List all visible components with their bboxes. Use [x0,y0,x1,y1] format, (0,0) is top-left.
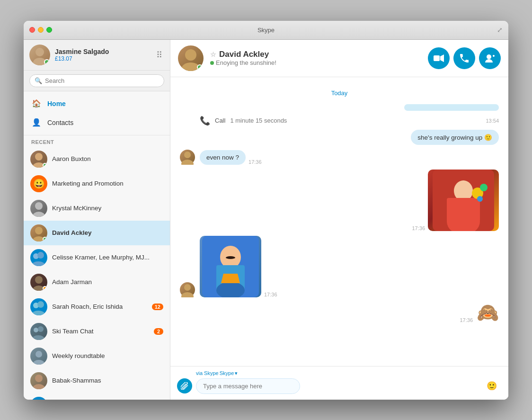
avatar [180,282,195,297]
avatar [30,298,47,315]
list-item[interactable]: Sarah Roach, Eric Ishida 12 [24,295,170,319]
message-row: 17:36 [180,236,499,297]
svg-point-4 [35,202,43,210]
svg-point-6 [35,227,43,234]
emoji-icon: 🙈 [477,302,499,323]
contact-name: Celisse Kramer, Lee Murphy, MJ... [52,254,163,261]
list-item[interactable]: Krystal McKinney [24,196,170,221]
list-item[interactable]: Celisse Kramer, Lee Murphy, MJ... [24,245,170,270]
user-avatar [29,45,50,65]
nav-home[interactable]: 🏠 Home [24,94,170,113]
contact-name: Adam Jarman [52,278,163,286]
chat-status-text: Enoying the sunshine! [210,59,421,66]
list-item[interactable]: Aaron Buxton [24,147,170,171]
attachment-button[interactable] [177,378,192,393]
contact-name: Krystal McKinney [52,205,163,212]
chat-avatar [178,45,204,71]
image-with-timestamp: 17:36 [412,170,499,231]
svg-point-20 [33,360,44,365]
skype-label: Skype [220,370,234,376]
search-wrap[interactable]: 🔍 [29,74,164,87]
list-item[interactable]: Babak-Shammas [24,368,170,393]
svg-point-40 [480,184,488,191]
maximize-button[interactable] [46,27,52,33]
list-item[interactable]: 😀 Marketing and Promotion [24,171,170,196]
contact-name: Babak-Shammas [52,377,163,384]
avatar [30,348,47,365]
svg-point-41 [477,196,483,202]
message-input[interactable] [196,378,300,394]
user-balance[interactable]: £13.07 [55,55,150,62]
svg-point-14 [37,301,44,308]
svg-point-22 [33,384,45,389]
own-message-row [180,104,499,111]
search-icon: 🔍 [35,77,42,84]
contact-name: Ski Team Chat [52,328,149,335]
minimize-button[interactable] [38,27,44,33]
svg-rect-38 [447,198,480,222]
list-item[interactable]: Adam Jarman [24,270,170,295]
contacts-icon: 👤 [31,117,42,128]
input-row: 🙂 [177,378,502,394]
grid-icon[interactable]: ⠿ [154,48,164,62]
svg-point-21 [35,375,43,382]
chat-contact-name: ☆ David Ackley [210,50,421,59]
svg-point-18 [32,335,44,340]
action-buttons [428,47,501,69]
dropdown-arrow[interactable]: ▾ [235,370,238,376]
list-item[interactable]: Corey Little, Suki Beach, Matthew... [24,393,170,400]
avatar [30,323,47,340]
contacts-label: Contacts [47,119,73,126]
titlebar: Skype ⤢ [24,21,508,40]
contact-name: Weekly roundtable [52,352,163,359]
unread-badge: 2 [154,328,163,335]
home-label: Home [47,100,66,107]
svg-point-9 [37,252,44,259]
search-input[interactable] [45,77,159,84]
image-with-timestamp: 17:36 [200,236,277,297]
app-window: Skype ⤢ Jasmine Salgado £13.0 [24,21,508,400]
list-item[interactable]: Ski Team Chat 2 [24,319,170,344]
svg-point-42 [184,284,191,291]
svg-point-34 [181,160,194,165]
avatar [30,200,47,217]
traffic-lights [29,27,52,33]
avatar [180,150,195,165]
emoji-button[interactable]: 🙂 [487,381,497,391]
svg-rect-28 [434,55,440,61]
svg-point-33 [184,152,191,158]
add-contact-button[interactable] [479,47,501,69]
user-status-dot [44,59,50,65]
close-button[interactable] [29,27,35,33]
message-timestamp: 17:36 [264,292,277,297]
contact-name: Aaron Buxton [52,155,163,162]
contact-list: Aaron Buxton 😀 Marketing and Promotion [24,147,170,400]
svg-point-11 [35,276,43,284]
search-bar: 🔍 [24,71,170,91]
emoji-message-row: 17:36 🙈 [180,302,499,323]
call-time: 13:54 [486,118,499,124]
voice-call-button[interactable] [453,47,475,69]
avatar: 😀 [30,175,47,192]
avatar [30,397,47,400]
home-icon: 🏠 [31,98,42,109]
star-icon[interactable]: ☆ [210,51,216,58]
app-body: Jasmine Salgado £13.07 ⠿ 🔍 🏠 Home [24,40,508,400]
message-bubble: she's really growing up 🙂 [411,130,499,145]
chat-header: ☆ David Ackley Enoying the sunshine! [170,40,508,77]
avatar [30,151,47,168]
avatar [30,274,47,291]
list-item[interactable]: Weekly roundtable [24,344,170,368]
nav-contacts[interactable]: 👤 Contacts [24,113,170,132]
list-item-david-ackley[interactable]: David Ackley [24,221,170,245]
video-call-button[interactable] [428,47,450,69]
status-indicator [43,163,47,168]
avatar [30,224,47,241]
svg-point-26 [185,49,196,61]
user-profile: Jasmine Salgado £13.07 ⠿ [24,40,170,71]
user-name: Jasmine Salgado [55,48,150,55]
message-content: even now ? 17:36 [200,150,262,165]
resize-icon[interactable]: ⤢ [497,26,503,34]
contact-name: Sarah Roach, Eric Ishida [52,303,147,310]
message-bubble: even now ? [200,150,246,165]
